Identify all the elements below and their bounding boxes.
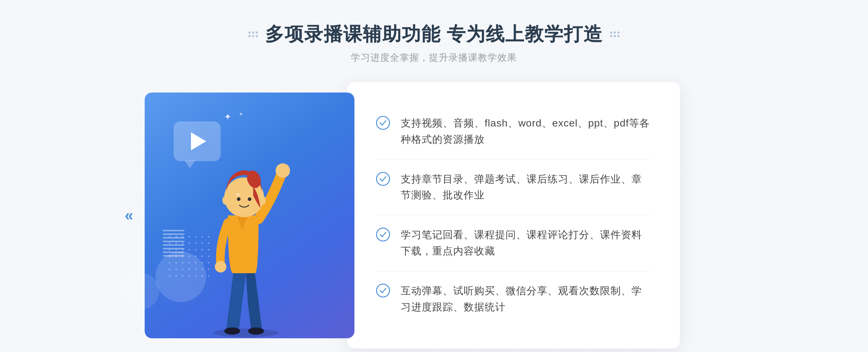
svg-point-4: [215, 261, 226, 272]
dot: [610, 31, 612, 34]
illustration-card: ✦ ✦: [145, 93, 354, 338]
main-title: 多项录播课辅助功能 专为线上教学打造: [265, 22, 603, 47]
stripe-line: [163, 248, 184, 249]
svg-point-0: [213, 329, 278, 337]
feature-item: 支持视频、音频、flash、word、excel、ppt、pdf等各种格式的资源…: [376, 104, 651, 160]
subtitle: 学习进度全掌握，提升录播课教学效果: [351, 51, 517, 64]
feature-text: 互动弹幕、试听购买、微信分享、观看次数限制、学习进度跟踪、数据统计: [401, 283, 651, 315]
svg-point-12: [376, 116, 390, 129]
left-decorator: [248, 31, 258, 37]
svg-point-13: [376, 172, 390, 185]
svg-point-3: [276, 163, 290, 178]
svg-point-2: [248, 327, 264, 335]
dot: [610, 35, 612, 37]
svg-point-1: [224, 327, 240, 335]
check-icon: [376, 284, 390, 297]
dot: [252, 35, 254, 37]
dot: [614, 35, 616, 37]
stripe-line: [163, 237, 184, 239]
dot: [252, 31, 254, 34]
dot: [248, 35, 251, 37]
svg-point-15: [376, 284, 390, 297]
person-illustration: [199, 136, 300, 338]
decorator-dots-left: [248, 31, 258, 37]
dot: [617, 31, 620, 34]
header-section: 多项录播课辅助功能 专为线上教学打造 学习进度全掌握，提升录播课教学效果: [248, 22, 620, 64]
feature-text: 学习笔记回看、课程提问、课程评论打分、课件资料下载，重点内容收藏: [401, 227, 651, 259]
svg-point-8: [248, 197, 251, 201]
dot: [614, 31, 616, 34]
check-icon: [376, 116, 390, 130]
dot: [256, 35, 258, 37]
nav-arrow-left[interactable]: «: [125, 207, 133, 224]
feature-text: 支持视频、音频、flash、word、excel、ppt、pdf等各种格式的资源…: [401, 115, 651, 148]
feature-text: 支持章节目录、弹题考试、课后练习、课后作业、章节测验、批改作业: [401, 171, 651, 204]
features-card: 支持视频、音频、flash、word、excel、ppt、pdf等各种格式的资源…: [347, 82, 680, 348]
circle-decoration-2: [123, 273, 159, 309]
stripe-line: [163, 241, 184, 242]
dot: [617, 35, 620, 37]
stripe-line: [163, 244, 184, 246]
svg-point-9: [237, 193, 239, 196]
svg-point-11: [260, 196, 266, 205]
spark-decoration-1: ✦: [224, 112, 231, 122]
feature-item: 支持章节目录、弹题考试、课后练习、课后作业、章节测验、批改作业: [376, 160, 651, 216]
features-list: 支持视频、音频、flash、word、excel、ppt、pdf等各种格式的资源…: [376, 104, 651, 327]
content-area: « ✦ ✦: [145, 82, 723, 348]
stripe-line: [163, 230, 184, 231]
dot: [256, 31, 258, 34]
spark-decoration-2: ✦: [239, 111, 243, 117]
page-wrapper: 多项录播课辅助功能 专为线上教学打造 学习进度全掌握，提升录播课教学效果 «: [0, 0, 868, 352]
svg-point-14: [376, 228, 390, 241]
svg-point-10: [222, 196, 228, 205]
circle-decoration-1: [156, 252, 206, 302]
dot: [248, 31, 251, 34]
stripe-line: [163, 233, 184, 235]
svg-point-7: [237, 197, 241, 201]
feature-item: 互动弹幕、试听购买、微信分享、观看次数限制、学习进度跟踪、数据统计: [376, 271, 651, 327]
check-icon: [376, 172, 390, 186]
title-row: 多项录播课辅助功能 专为线上教学打造: [248, 22, 620, 47]
feature-item: 学习笔记回看、课程提问、课程评论打分、课件资料下载，重点内容收藏: [376, 215, 651, 271]
decorator-dots-right: [610, 31, 620, 37]
check-icon: [376, 228, 390, 241]
right-decorator: [610, 31, 620, 37]
